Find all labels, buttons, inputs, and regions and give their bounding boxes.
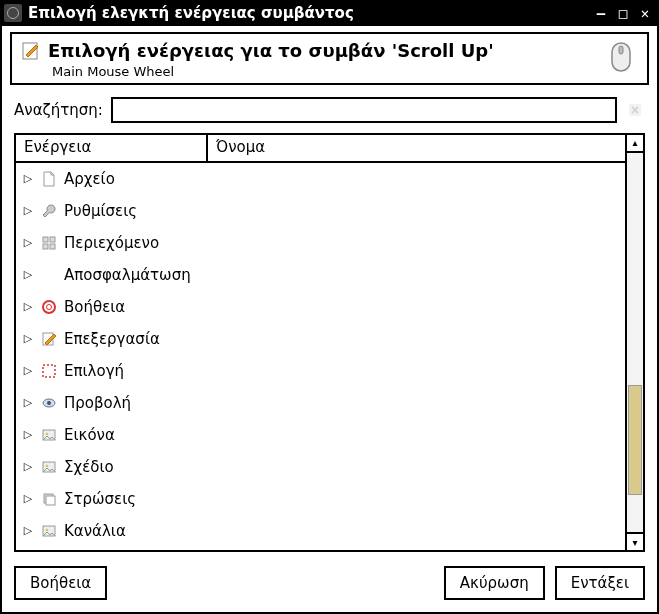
search-input[interactable] <box>111 97 617 123</box>
tree-row[interactable]: ▷Στρώσεις <box>16 483 625 515</box>
tree-row[interactable]: ▷Κανάλια <box>16 515 625 547</box>
tree-row-label: Εικόνα <box>64 426 115 444</box>
tree-row[interactable]: ▷Αποσφαλμάτωση <box>16 259 625 291</box>
tree-row-label: Σχέδιο <box>64 458 114 476</box>
scroll-up-button[interactable]: ▴ <box>627 135 643 153</box>
tree-area: Ενέργεια Όνομα ▷Αρχείο▷Ρυθμίσεις▷Περιεχό… <box>14 133 645 552</box>
tree-body: ▷Αρχείο▷Ρυθμίσεις▷Περιεχόμενο▷Αποσφαλμάτ… <box>16 163 625 550</box>
help-button[interactable]: Βοήθεια <box>14 566 107 600</box>
minimize-button[interactable]: — <box>591 3 611 23</box>
svg-rect-4 <box>43 237 48 242</box>
tree-header: Ενέργεια Όνομα <box>16 135 625 163</box>
window-title: Επιλογή ελεγκτή ενέργειας συμβάντος <box>28 4 589 22</box>
eye-icon <box>40 394 58 412</box>
wrench-icon <box>40 202 58 220</box>
header-title: Επιλογή ενέργειας για το συμβάν 'Scroll … <box>48 40 603 62</box>
tree-row[interactable]: ▷Προβολή <box>16 387 625 419</box>
search-row: Αναζήτηση: <box>2 85 657 133</box>
tree-row[interactable]: ▷Σχέδιο <box>16 451 625 483</box>
tree-row-label: Περιεχόμενο <box>64 234 159 252</box>
mouse-icon <box>603 40 639 76</box>
expander-icon[interactable]: ▷ <box>22 524 34 537</box>
svg-rect-11 <box>43 365 55 377</box>
tree-row-label: Κανάλια <box>64 522 126 540</box>
expander-icon[interactable]: ▷ <box>22 236 34 249</box>
edit-icon <box>40 330 58 348</box>
header-panel: Επιλογή ενέργειας για το συμβάν 'Scroll … <box>10 32 649 85</box>
tree-row-label: Αποσφαλμάτωση <box>64 266 191 284</box>
image-icon <box>40 458 58 476</box>
select-icon <box>40 362 58 380</box>
expander-icon[interactable]: ▷ <box>22 428 34 441</box>
svg-rect-19 <box>46 496 55 505</box>
expander-icon[interactable]: ▷ <box>22 268 34 281</box>
svg-rect-2 <box>619 46 623 54</box>
tree-row-label: Βοήθεια <box>64 298 125 316</box>
maximize-button[interactable]: □ <box>613 3 633 23</box>
blank-icon <box>40 266 58 284</box>
app-icon <box>4 4 22 22</box>
tree-row[interactable]: ▷Βοήθεια <box>16 291 625 323</box>
tree-row[interactable]: ▷Επεξεργασία <box>16 323 625 355</box>
svg-rect-5 <box>50 237 55 242</box>
expander-icon[interactable]: ▷ <box>22 300 34 313</box>
tree-row-label: Επεξεργασία <box>64 330 160 348</box>
titlebar: Επιλογή ελεγκτή ενέργειας συμβάντος — □ … <box>0 0 659 26</box>
expander-icon[interactable]: ▷ <box>22 364 34 377</box>
edit-note-icon <box>20 40 42 62</box>
tree-row-label: Προβολή <box>64 394 131 412</box>
svg-rect-6 <box>43 244 48 249</box>
scrollbar[interactable]: ▴ ▾ <box>625 135 643 550</box>
expander-icon[interactable]: ▷ <box>22 204 34 217</box>
scroll-down-button[interactable]: ▾ <box>627 532 643 550</box>
tree-row-label: Ρυθμίσεις <box>64 202 137 220</box>
svg-point-15 <box>46 432 49 435</box>
image-icon <box>40 522 58 540</box>
close-button[interactable]: ✕ <box>635 3 655 23</box>
grid-icon <box>40 234 58 252</box>
ok-button[interactable]: Εντάξει <box>555 566 645 600</box>
clear-search-icon[interactable] <box>625 100 645 120</box>
svg-point-21 <box>46 528 49 531</box>
tree-row-label: Επιλογή <box>64 362 124 380</box>
svg-point-13 <box>47 401 51 405</box>
header-subtitle: Main Mouse Wheel <box>52 64 603 79</box>
file-icon <box>40 170 58 188</box>
svg-point-9 <box>47 304 52 309</box>
button-row: Βοήθεια Ακύρωση Εντάξει <box>2 552 657 612</box>
column-header-name[interactable]: Όνομα <box>208 135 625 161</box>
lifebuoy-icon <box>40 298 58 316</box>
layers-icon <box>40 490 58 508</box>
tree-row-label: Στρώσεις <box>64 490 136 508</box>
search-label: Αναζήτηση: <box>14 101 103 119</box>
tree-row[interactable]: ▷Επιλογή <box>16 355 625 387</box>
scroll-thumb[interactable] <box>628 385 642 495</box>
tree-row[interactable]: ▷Περιεχόμενο <box>16 227 625 259</box>
cancel-button[interactable]: Ακύρωση <box>444 566 545 600</box>
expander-icon[interactable]: ▷ <box>22 460 34 473</box>
image-icon <box>40 426 58 444</box>
tree-row[interactable]: ▷Αρχείο <box>16 163 625 195</box>
svg-rect-7 <box>50 244 55 249</box>
expander-icon[interactable]: ▷ <box>22 332 34 345</box>
svg-point-17 <box>46 464 49 467</box>
scroll-track[interactable] <box>627 153 643 532</box>
column-header-action[interactable]: Ενέργεια <box>16 135 208 161</box>
expander-icon[interactable]: ▷ <box>22 172 34 185</box>
window-body: Επιλογή ενέργειας για το συμβάν 'Scroll … <box>0 26 659 614</box>
expander-icon[interactable]: ▷ <box>22 492 34 505</box>
tree-row[interactable]: ▷Ρυθμίσεις <box>16 195 625 227</box>
tree-row-label: Αρχείο <box>64 170 115 188</box>
tree-row[interactable]: ▷Εικόνα <box>16 419 625 451</box>
expander-icon[interactable]: ▷ <box>22 396 34 409</box>
